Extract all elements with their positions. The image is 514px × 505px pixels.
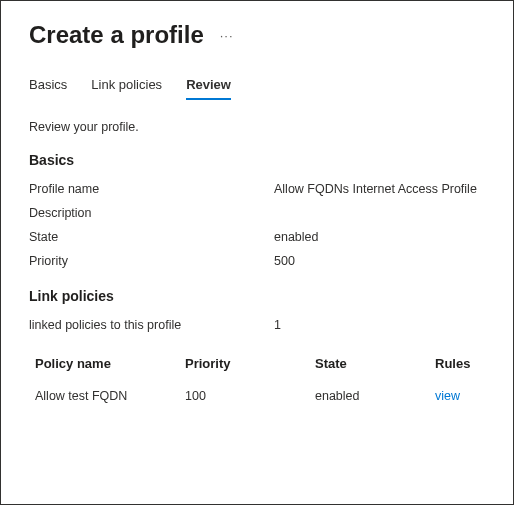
row-description: Description xyxy=(29,206,485,220)
label-description: Description xyxy=(29,206,274,220)
tab-link-policies[interactable]: Link policies xyxy=(91,77,162,100)
cell-policy-name: Allow test FQDN xyxy=(35,389,185,403)
col-header-name: Policy name xyxy=(35,356,185,371)
tab-basics[interactable]: Basics xyxy=(29,77,67,100)
link-policies-heading: Link policies xyxy=(29,288,485,304)
table-row: Allow test FQDN 100 enabled view xyxy=(29,379,485,413)
basics-heading: Basics xyxy=(29,152,485,168)
value-profile-name: Allow FQDNs Internet Access Profile xyxy=(274,182,477,196)
label-profile-name: Profile name xyxy=(29,182,274,196)
col-header-priority: Priority xyxy=(185,356,315,371)
page-title: Create a profile xyxy=(29,21,204,49)
col-header-state: State xyxy=(315,356,435,371)
cell-priority: 100 xyxy=(185,389,315,403)
policies-table: Policy name Priority State Rules Allow t… xyxy=(29,348,485,413)
view-rules-link[interactable]: view xyxy=(435,389,460,403)
table-header: Policy name Priority State Rules xyxy=(29,348,485,379)
row-priority: Priority 500 xyxy=(29,254,485,268)
review-subtitle: Review your profile. xyxy=(29,120,485,134)
tab-review[interactable]: Review xyxy=(186,77,231,100)
label-priority: Priority xyxy=(29,254,274,268)
row-profile-name: Profile name Allow FQDNs Internet Access… xyxy=(29,182,485,196)
row-state: State enabled xyxy=(29,230,485,244)
value-linked-count: 1 xyxy=(274,318,281,332)
value-state: enabled xyxy=(274,230,319,244)
col-header-rules: Rules xyxy=(435,356,479,371)
row-linked-count: linked policies to this profile 1 xyxy=(29,318,485,332)
more-actions-icon[interactable]: ··· xyxy=(220,28,234,43)
value-priority: 500 xyxy=(274,254,295,268)
label-state: State xyxy=(29,230,274,244)
cell-state: enabled xyxy=(315,389,435,403)
tabs: Basics Link policies Review xyxy=(29,77,485,100)
label-linked-count: linked policies to this profile xyxy=(29,318,274,332)
